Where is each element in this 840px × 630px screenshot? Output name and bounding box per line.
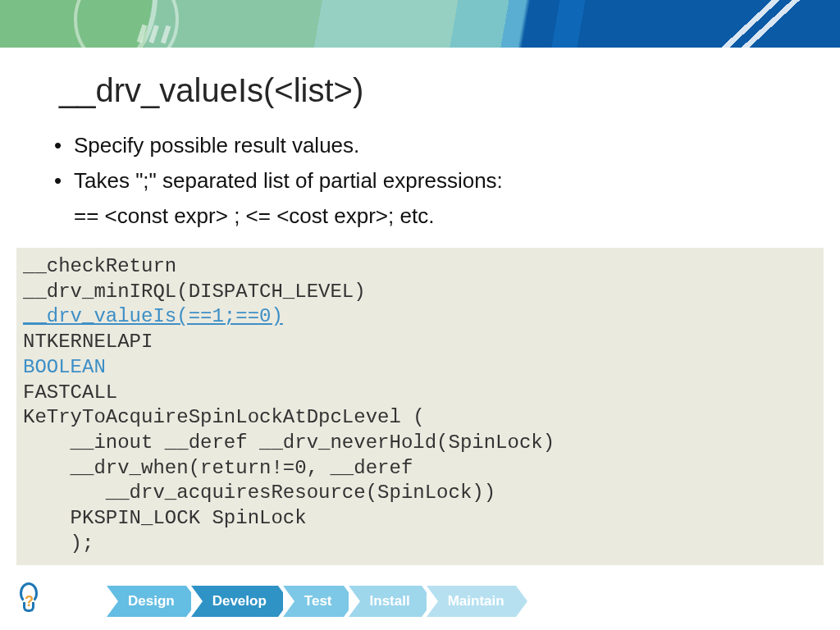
code-line: ); [23,532,94,555]
code-line: __checkReturn [23,255,176,277]
code-line: __drv_acquiresResource(SpinLock)) [23,482,495,504]
code-line: FASTCALL [23,381,117,404]
process-step: Maintain [427,586,516,617]
footer-logo-icon: ? [15,582,43,615]
process-step: Design [107,586,186,617]
code-block: __checkReturn __drv_minIRQL(DISPATCH_LEV… [16,248,824,565]
code-line: PKSPIN_LOCK SpinLock [23,507,307,529]
code-line: KeTryToAcquireSpinLockAtDpcLevel ( [23,406,425,428]
bullet-item: Takes ";" separated list of partial expr… [49,165,791,197]
process-step: Test [283,586,344,617]
code-line-highlight: BOOLEAN [23,356,106,378]
header-banner [0,0,840,48]
banner-decor-diagonals [660,0,827,48]
process-step: Develop [191,586,278,617]
process-step: Install [349,586,422,617]
bullet-item: Specify possible result values. [49,130,791,162]
banner-decor-ticks [137,25,148,43]
slide-title: __drv_valueIs(<list>) [59,72,363,109]
process-arrows: Design Develop Test Install Maintain [107,586,521,617]
code-line: NTKERNELAPI [23,331,153,353]
bullet-subline: == <const expr> ; <= <cost expr>; etc. [49,200,791,232]
slide: __drv_valueIs(<list>) Specify possible r… [0,0,840,630]
bullet-list: Specify possible result values. Takes ";… [49,130,791,232]
code-line: __drv_when(return!=0, __deref [23,457,413,479]
footer: ? Design Develop Test Install Maintain [0,579,840,619]
code-line: __drv_minIRQL(DISPATCH_LEVEL) [23,281,366,303]
code-line: __inout __deref __drv_neverHold(SpinLock… [23,431,555,454]
code-line-highlight-link[interactable]: __drv_valueIs(==1;==0) [23,305,283,327]
